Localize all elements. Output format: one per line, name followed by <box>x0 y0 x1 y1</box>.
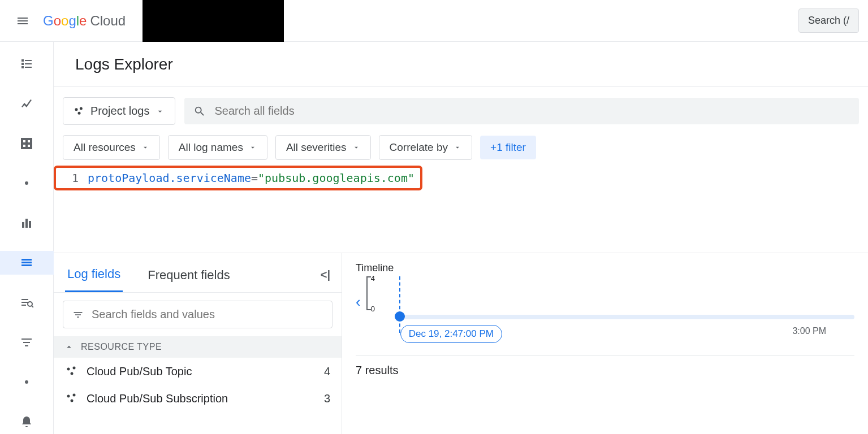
chevron-down-icon <box>352 144 360 151</box>
page-title-row: Logs Explorer <box>54 42 868 87</box>
chevron-down-icon <box>156 107 165 116</box>
chevron-up-icon <box>64 342 74 352</box>
svg-point-0 <box>25 181 28 185</box>
timeline-ymin: 0 <box>371 305 375 313</box>
field-item-pubsub-topic[interactable]: Cloud Pub/Sub Topic 4 <box>54 358 342 385</box>
svg-point-10 <box>73 394 76 397</box>
results-summary: 7 results <box>356 355 854 385</box>
nav-search-lines-icon[interactable] <box>0 290 54 314</box>
chevron-down-icon <box>141 144 149 151</box>
line-number: 1 <box>62 171 79 185</box>
field-item-pubsub-subscription[interactable]: Cloud Pub/Sub Subscription 3 <box>54 385 342 412</box>
svg-point-11 <box>71 400 74 402</box>
left-nav <box>0 42 54 434</box>
header: Google Cloud Search (/ <box>0 0 868 42</box>
collapse-panel-icon[interactable]: <| <box>321 268 330 281</box>
field-count: 3 <box>324 392 330 405</box>
svg-point-2 <box>25 380 28 384</box>
timeline-ymax: 4 <box>371 274 375 283</box>
query-value: "pubsub.googleapis.com" <box>258 171 414 185</box>
nav-dot-2[interactable] <box>0 370 54 394</box>
timeline-panel: Timeline ‹ 4 0 Dec 19, 2:47:00 PM 3:00 P… <box>342 253 868 434</box>
svg-point-7 <box>73 367 76 370</box>
timeline-chart[interactable]: 4 0 Dec 19, 2:47:00 PM 3:00 PM <box>366 276 854 327</box>
add-filter-button[interactable]: +1 filter <box>480 136 536 159</box>
filter-list-icon <box>72 309 84 320</box>
svg-point-5 <box>78 111 81 114</box>
google-cloud-logo[interactable]: Google Cloud <box>43 13 126 29</box>
filter-log-names[interactable]: All log names <box>168 135 267 160</box>
nav-metrics-icon[interactable] <box>0 92 54 115</box>
query-key: protoPayload.serviceName <box>88 171 251 185</box>
search-icon <box>193 105 206 118</box>
nav-bars-icon[interactable] <box>0 211 54 235</box>
field-label: Cloud Pub/Sub Topic <box>87 365 192 378</box>
svg-point-8 <box>71 372 74 375</box>
svg-point-6 <box>67 368 70 371</box>
filter-correlate[interactable]: Correlate by <box>379 135 473 160</box>
nav-dashboard-icon[interactable] <box>0 132 54 155</box>
svg-point-3 <box>75 108 78 111</box>
query-operator: = <box>251 171 258 185</box>
search-all-fields-input[interactable] <box>215 105 850 118</box>
resource-dots-icon <box>65 364 79 378</box>
nav-dot-1[interactable] <box>0 171 54 195</box>
search-all-fields[interactable] <box>184 98 860 124</box>
tab-frequent-fields[interactable]: Frequent fields <box>145 259 232 292</box>
timeline-handle[interactable] <box>395 311 405 322</box>
redacted-project-area <box>142 0 284 42</box>
chevron-down-icon <box>249 144 257 151</box>
filter-severities[interactable]: All severities <box>275 135 371 160</box>
hamburger-menu-icon[interactable] <box>9 7 36 34</box>
scope-selector[interactable]: Project logs <box>63 97 175 125</box>
field-count: 4 <box>324 365 330 378</box>
page-title: Logs Explorer <box>75 55 173 73</box>
fields-search[interactable] <box>63 301 332 328</box>
section-resource-type[interactable]: RESOURCE TYPE <box>54 336 342 358</box>
fields-search-input[interactable] <box>92 308 323 321</box>
nav-overview-icon[interactable] <box>0 52 54 76</box>
nav-notifications-icon[interactable] <box>0 410 54 434</box>
svg-point-9 <box>67 395 70 398</box>
query-highlight-box: 1 protoPayload.serviceName="pubsub.googl… <box>54 166 422 190</box>
nav-filter-icon[interactable] <box>0 331 54 354</box>
nav-logs-icon[interactable] <box>0 251 54 275</box>
svg-point-1 <box>28 302 32 306</box>
chevron-down-icon <box>454 144 461 151</box>
field-label: Cloud Pub/Sub Subscription <box>87 392 228 405</box>
log-fields-panel: Log fields Frequent fields <| RESOURCE T… <box>54 253 342 434</box>
svg-point-4 <box>80 107 83 110</box>
filter-resources[interactable]: All resources <box>63 135 160 160</box>
scope-label: Project logs <box>90 105 150 118</box>
timeline-tick-label: 3:00 PM <box>792 326 826 336</box>
resource-dots-icon <box>65 392 79 405</box>
tab-log-fields[interactable]: Log fields <box>65 258 123 292</box>
timeline-title: Timeline <box>356 262 854 274</box>
timeline-track[interactable] <box>395 315 854 319</box>
query-editor[interactable]: 1 protoPayload.serviceName="pubsub.googl… <box>54 166 868 253</box>
timeline-time-badge[interactable]: Dec 19, 2:47:00 PM <box>400 325 502 343</box>
timeline-prev-icon[interactable]: ‹ <box>356 293 361 311</box>
global-search-button[interactable]: Search (/ <box>798 8 859 33</box>
